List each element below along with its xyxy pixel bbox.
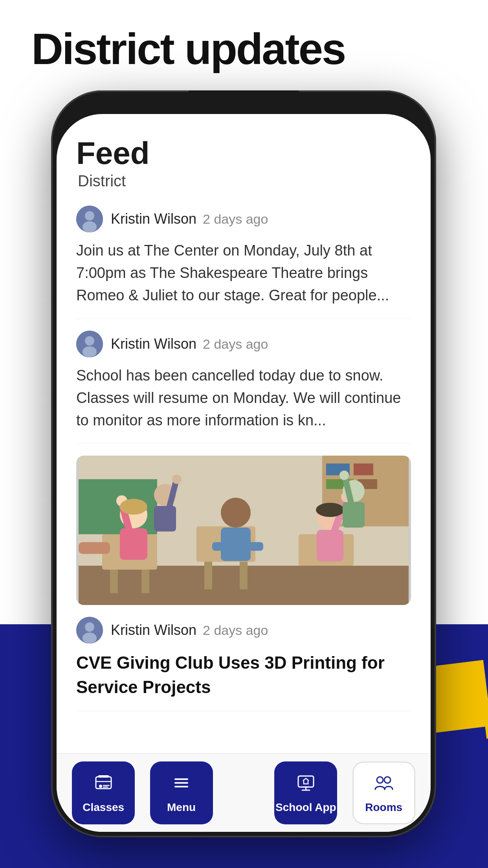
post-1-text: Join us at The Center on Monday, July 8t… bbox=[76, 239, 411, 307]
bottom-nav: Classes Menu bbox=[57, 753, 431, 832]
post-2-avatar bbox=[76, 331, 103, 357]
nav-item-rooms[interactable]: Rooms bbox=[352, 761, 415, 824]
phone-notch bbox=[189, 90, 299, 114]
nav-item-school-app[interactable]: School App bbox=[274, 761, 337, 824]
classes-label: Classes bbox=[83, 801, 124, 814]
svg-rect-55 bbox=[298, 776, 314, 787]
phone-screen: Feed District bbox=[57, 114, 431, 832]
post-1-author-info: Kristin Wilson 2 days ago bbox=[111, 211, 268, 227]
post-1-avatar bbox=[76, 206, 103, 232]
feed-subtitle: District bbox=[78, 172, 411, 190]
post-3-header: Kristin Wilson 2 days ago bbox=[76, 617, 411, 644]
svg-point-60 bbox=[384, 777, 391, 783]
phone-mockup: Feed District bbox=[51, 90, 436, 837]
nav-item-menu[interactable]: Menu bbox=[150, 761, 213, 824]
post-1-author: Kristin Wilson bbox=[111, 211, 196, 227]
nav-item-classes[interactable]: Classes bbox=[72, 761, 135, 824]
school-app-icon bbox=[295, 772, 317, 797]
post-2-author-info: Kristin Wilson 2 days ago bbox=[111, 336, 268, 352]
feed-title: Feed bbox=[76, 138, 411, 169]
classes-icon bbox=[93, 772, 114, 797]
svg-point-51 bbox=[99, 785, 102, 788]
feed-items: Kristin Wilson 2 days ago Join us at The… bbox=[57, 194, 431, 711]
svg-rect-44 bbox=[79, 456, 409, 605]
post-3-avatar bbox=[76, 617, 103, 644]
svg-point-46 bbox=[85, 622, 94, 632]
menu-label: Menu bbox=[167, 801, 196, 814]
svg-point-59 bbox=[377, 777, 383, 783]
post-3-image bbox=[76, 456, 411, 605]
post-3-time: 2 days ago bbox=[203, 623, 268, 638]
menu-icon bbox=[171, 772, 192, 797]
school-app-label: School App bbox=[275, 801, 336, 814]
feed-header: Feed District bbox=[57, 114, 431, 194]
svg-point-2 bbox=[83, 221, 97, 232]
svg-rect-49 bbox=[98, 775, 109, 778]
rooms-label: Rooms bbox=[365, 801, 402, 814]
feed-post-2[interactable]: Kristin Wilson 2 days ago School has bee… bbox=[76, 319, 411, 444]
post-3-author-info: Kristin Wilson 2 days ago bbox=[111, 622, 268, 638]
svg-point-5 bbox=[83, 346, 97, 357]
post-2-time: 2 days ago bbox=[203, 337, 268, 352]
post-2-text: School has been cancelled today due to s… bbox=[76, 364, 411, 432]
svg-point-47 bbox=[83, 633, 97, 644]
post-2-author: Kristin Wilson bbox=[111, 336, 196, 352]
feed-post-3[interactable]: Kristin Wilson 2 days ago CVE Giving Clu… bbox=[76, 444, 411, 711]
feed-post-1[interactable]: Kristin Wilson 2 days ago Join us at The… bbox=[76, 194, 411, 319]
page-title: District updates bbox=[31, 24, 345, 74]
rooms-icon bbox=[373, 772, 394, 797]
post-1-time: 2 days ago bbox=[203, 211, 268, 227]
svg-point-1 bbox=[85, 211, 94, 221]
post-3-title: CVE Giving Club Uses 3D Printing for Ser… bbox=[76, 651, 411, 699]
phone-outer: Feed District bbox=[51, 90, 436, 837]
post-2-header: Kristin Wilson 2 days ago bbox=[76, 331, 411, 357]
svg-point-4 bbox=[85, 336, 94, 346]
screen-content: Feed District bbox=[57, 114, 431, 832]
post-1-header: Kristin Wilson 2 days ago bbox=[76, 206, 411, 232]
post-3-author: Kristin Wilson bbox=[111, 622, 196, 638]
